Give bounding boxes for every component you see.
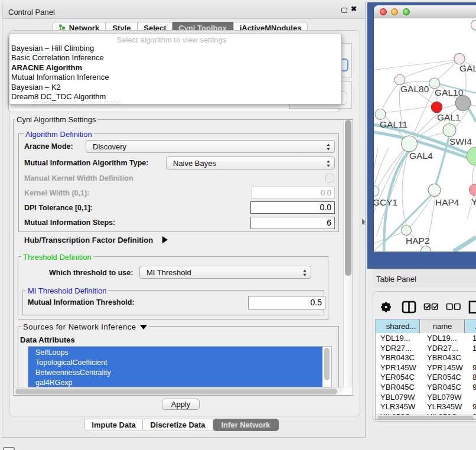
table-cell: 8. — [472, 373, 476, 383]
table-row[interactable]: YDL19...YDL19...13 — [376, 334, 476, 344]
kernel-width-label: Kernel Width (0,1): — [24, 189, 89, 197]
network-node-gal4[interactable] — [402, 136, 418, 152]
sources-title-text: Sources for Network Inference — [23, 322, 136, 331]
list-scrollbar[interactable] — [324, 348, 330, 380]
close-icon[interactable]: ✖ — [351, 5, 357, 13]
float-icon[interactable] — [341, 8, 347, 13]
network-node[interactable] — [467, 147, 476, 165]
column-header-third[interactable]: Avera — [465, 319, 476, 333]
settings-vscroll-thumb[interactable] — [345, 120, 351, 276]
aracne-mode-combo[interactable]: Discovery — [86, 140, 335, 153]
table-toolbar — [373, 292, 476, 315]
column-header-shared-name[interactable]: shared... — [376, 319, 420, 333]
table-row[interactable]: YLR345WYLR345W9. — [376, 402, 476, 412]
algorithm-option[interactable]: Mutual Information Inference — [9, 73, 341, 82]
table-row[interactable]: YBL079WYBL079W — [376, 393, 476, 403]
table-row[interactable]: YER054CYER054C8. — [376, 373, 476, 383]
network-node-yd[interactable] — [470, 184, 476, 195]
gear-icon[interactable] — [381, 302, 391, 312]
bottom-tab-infer-network[interactable]: Infer Network — [213, 419, 279, 431]
network-window-titlebar[interactable] — [374, 5, 476, 18]
unchecked-columns-icon[interactable] — [447, 304, 461, 310]
table-cell: YDR27... — [380, 344, 412, 354]
collapse-down-icon[interactable] — [140, 325, 147, 330]
table-row[interactable]: YDR27...YDR27...12 — [376, 344, 476, 354]
table-cell: 9. — [472, 402, 476, 412]
table-cell: YBR043C — [427, 353, 461, 363]
table-cell: YDL19... — [427, 334, 457, 344]
algorithm-option[interactable]: Basic Correlation Inference — [9, 53, 341, 63]
node-label: YD — [471, 197, 476, 207]
network-node-hap2[interactable] — [402, 226, 412, 236]
mi-type-label: Mutual Information Algorithm Type: — [24, 159, 148, 167]
table-cell: YER054C — [380, 373, 415, 383]
node-label: GAL4 — [409, 151, 433, 161]
aracne-mode-value: Discovery — [93, 142, 126, 151]
manual-kernel-checkbox[interactable] — [325, 174, 334, 182]
combo-arrows-icon — [326, 142, 331, 152]
network-canvas[interactable]: GAL2GAL80GAL10GAL1GAL11GAL4SWI4GCY1HAP4Y… — [374, 19, 476, 252]
attribute-item[interactable]: SelfLoops — [28, 348, 331, 358]
bottom-tab-impute-data[interactable]: Impute Data — [84, 419, 143, 431]
table-row[interactable]: YPR145WYPR145W9. — [376, 363, 476, 373]
table-cell: YBL079W — [380, 393, 415, 403]
combo-arrows-icon — [326, 159, 331, 168]
column-header-name[interactable]: name — [420, 319, 465, 333]
attribute-item[interactable]: TopologicalCoefficient — [28, 358, 331, 368]
expand-right-icon[interactable] — [162, 236, 168, 243]
aracne-mode-label: Aracne Mode: — [24, 142, 73, 151]
network-node[interactable] — [455, 96, 471, 111]
document-icon[interactable] — [470, 302, 476, 313]
apply-button[interactable]: Apply — [162, 399, 200, 410]
table-panel-titlebar: Table Panel — [373, 269, 476, 288]
table-hscroll-track[interactable] — [376, 415, 476, 420]
node-label: GAL11 — [380, 119, 407, 129]
network-node-gal1[interactable] — [431, 102, 442, 112]
minimized-panel-icon[interactable] — [3, 447, 15, 450]
tab-label: Impute Data — [92, 420, 135, 429]
algorithm-option[interactable]: ARACNE Algorithm — [9, 63, 341, 73]
cyni-algorithm-settings-title: Cyni Algorithm Settings — [15, 115, 97, 124]
close-light[interactable] — [380, 8, 387, 15]
bottom-tab-discretize-data[interactable]: Discretize Data — [143, 419, 213, 431]
attribute-item[interactable]: BetweennessCentrality — [28, 368, 331, 378]
algorithm-option[interactable]: Bayesian – Hill Climbing — [9, 44, 341, 53]
network-node[interactable] — [471, 20, 476, 30]
split-columns-icon[interactable] — [403, 302, 415, 312]
which-threshold-combo[interactable]: MI Threshold — [139, 266, 311, 279]
table-hscroll-thumb[interactable] — [377, 416, 474, 420]
settings-hscroll-thumb[interactable] — [15, 389, 337, 394]
zoom-light[interactable] — [403, 8, 410, 15]
algorithm-option[interactable]: Bayesian – K2 — [9, 83, 341, 92]
table-row[interactable]: YBR043CYBR043C — [376, 353, 476, 363]
node-label: GAL80 — [400, 84, 429, 94]
network-node-gal11[interactable] — [375, 109, 386, 120]
mi-type-combo[interactable]: Naive Bayes — [166, 156, 335, 169]
algorithm-option[interactable]: Dream8 DC_TDC Algorithm — [9, 92, 341, 102]
which-threshold-value: MI Threshold — [146, 268, 191, 277]
data-attributes-label: Data Attributes — [20, 335, 75, 344]
mi-threshold-field[interactable]: 0.5 — [248, 296, 325, 309]
table-panel-title: Table Panel — [376, 275, 416, 283]
popup-prompt: Select algorithm to view settings — [117, 35, 227, 44]
dpi-tolerance-field[interactable]: 0.0 — [250, 201, 335, 214]
minimize-light[interactable] — [391, 8, 398, 15]
network-node-hap4[interactable] — [428, 184, 441, 197]
node-label: HAP4 — [435, 197, 459, 207]
network-node-swi4[interactable] — [443, 124, 456, 137]
combo-arrows-icon — [302, 268, 307, 278]
network-edge — [471, 105, 476, 107]
checked-columns-icon[interactable] — [425, 304, 438, 310]
hub-section-label[interactable]: Hub/Transcription Factor Definition — [24, 236, 153, 244]
mi-steps-field[interactable]: 6 — [250, 217, 335, 229]
data-attributes-list[interactable]: SelfLoopsTopologicalCoefficientBetweenne… — [28, 346, 332, 387]
node-table[interactable]: shared... name Avera YDL19...YDL19...13Y… — [375, 319, 476, 420]
network-node-gcy1[interactable] — [374, 186, 379, 197]
list-items: SelfLoopsTopologicalCoefficientBetweenne… — [28, 347, 331, 387]
attribute-item[interactable]: gal4RGexp — [28, 378, 331, 387]
table-cell: YLR345W — [427, 402, 462, 412]
table-cell: YLR345W — [380, 402, 415, 412]
table-cell: YBL079W — [427, 393, 462, 403]
kernel-width-field[interactable]: 0.0 — [252, 187, 335, 199]
table-row[interactable]: YBR045CYBR045C9. — [376, 383, 476, 393]
